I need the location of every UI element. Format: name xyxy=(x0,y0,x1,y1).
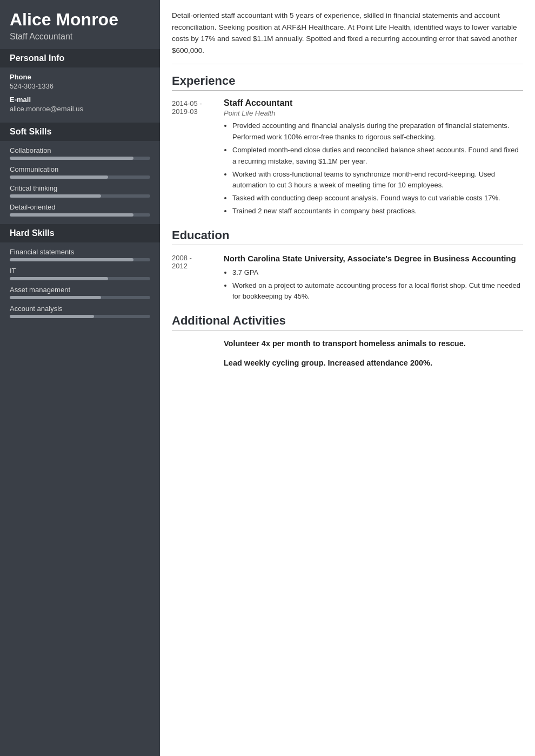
email-value: alice.monroe@email.us xyxy=(10,105,150,113)
additional-entries: Volunteer 4x per month to transport home… xyxy=(172,338,523,369)
additional-text: Volunteer 4x per month to transport home… xyxy=(224,338,466,350)
skill-item: Collaboration xyxy=(10,146,150,160)
entry-bullet-list: Provided accounting and financial analys… xyxy=(224,120,523,217)
education-title: Education xyxy=(172,228,523,245)
skill-name: Communication xyxy=(10,165,150,173)
skill-bar-background xyxy=(10,213,150,217)
skill-bar-fill xyxy=(10,194,101,198)
skill-name: Financial statements xyxy=(10,248,150,256)
personal-info-header: Personal Info xyxy=(0,49,160,68)
phone-value: 524-303-1336 xyxy=(10,82,150,90)
skill-bar-fill xyxy=(10,157,133,160)
experience-title: Experience xyxy=(172,74,523,91)
list-item: Worked with cross-functional teams to sy… xyxy=(232,169,523,192)
entry-dates: 2014-05 -2019-03 xyxy=(172,98,215,218)
soft-skills-section: CollaborationCommunicationCritical think… xyxy=(0,146,160,224)
edu-bullet-list: 3.7 GPAWorked on a project to automate a… xyxy=(224,267,523,302)
additional-section: Additional Activities Volunteer 4x per m… xyxy=(172,314,523,369)
skill-item: IT xyxy=(10,267,150,280)
list-item: Completed month-end close duties and rec… xyxy=(232,145,523,167)
additional-entry: Volunteer 4x per month to transport home… xyxy=(172,338,523,350)
skill-bar-fill xyxy=(10,176,108,179)
additional-text: Lead weekly cycling group. Increased att… xyxy=(224,357,432,369)
email-label: E-mail xyxy=(10,96,150,104)
experience-entry: 2014-05 -2019-03Staff AccountantPoint Li… xyxy=(172,98,523,218)
education-entry: 2008 -2012North Carolina State Universit… xyxy=(172,253,523,304)
summary-text: Detail-oriented staff accountant with 5 … xyxy=(172,10,523,64)
additional-entry: Lead weekly cycling group. Increased att… xyxy=(172,357,523,369)
education-section: Education 2008 -2012North Carolina State… xyxy=(172,228,523,304)
personal-info-section: Phone 524-303-1336 E-mail alice.monroe@e… xyxy=(0,73,160,123)
additional-date-col xyxy=(172,357,215,369)
list-item: Provided accounting and financial analys… xyxy=(232,120,523,143)
education-entries: 2008 -2012North Carolina State Universit… xyxy=(172,253,523,304)
skill-item: Critical thinking xyxy=(10,184,150,198)
soft-skills-header: Soft Skills xyxy=(0,123,160,141)
skill-name: Detail-oriented xyxy=(10,203,150,211)
skill-bar-background xyxy=(10,258,150,261)
main-content: Detail-oriented staff accountant with 5 … xyxy=(160,0,535,756)
entry-job-title: Staff Accountant xyxy=(224,98,523,108)
skill-bar-background xyxy=(10,296,150,299)
experience-entries: 2014-05 -2019-03Staff AccountantPoint Li… xyxy=(172,98,523,218)
skill-bar-fill xyxy=(10,213,133,217)
edu-dates: 2008 -2012 xyxy=(172,253,215,304)
entry-company: Point Life Health xyxy=(224,109,523,117)
skill-item: Detail-oriented xyxy=(10,203,150,217)
skill-name: Asset management xyxy=(10,286,150,294)
skill-name: Collaboration xyxy=(10,146,150,154)
edu-title: North Carolina State University, Associa… xyxy=(224,253,523,264)
skill-item: Communication xyxy=(10,165,150,179)
entry-content: Staff AccountantPoint Life HealthProvide… xyxy=(224,98,523,218)
skill-bar-background xyxy=(10,157,150,160)
additional-date-col xyxy=(172,338,215,350)
skill-name: Account analysis xyxy=(10,305,150,313)
additional-title: Additional Activities xyxy=(172,314,523,330)
list-item: Worked on a project to automate accounti… xyxy=(232,280,523,303)
skill-bar-background xyxy=(10,176,150,179)
skill-item: Account analysis xyxy=(10,305,150,318)
skill-bar-background xyxy=(10,194,150,198)
skill-bar-fill xyxy=(10,277,108,280)
skill-bar-fill xyxy=(10,315,94,318)
sidebar: Alice Monroe Staff Accountant Personal I… xyxy=(0,0,160,756)
candidate-job-title: Staff Accountant xyxy=(10,32,150,42)
skill-bar-fill xyxy=(10,296,101,299)
list-item: 3.7 GPA xyxy=(232,267,523,279)
list-item: Tasked with conducting deep account anal… xyxy=(232,193,523,204)
skill-bar-fill xyxy=(10,258,133,261)
skill-bar-background xyxy=(10,277,150,280)
skill-name: Critical thinking xyxy=(10,184,150,192)
sidebar-header: Alice Monroe Staff Accountant xyxy=(0,0,160,49)
experience-section: Experience 2014-05 -2019-03Staff Account… xyxy=(172,74,523,218)
skill-item: Asset management xyxy=(10,286,150,299)
skill-item: Financial statements xyxy=(10,248,150,261)
edu-content: North Carolina State University, Associa… xyxy=(224,253,523,304)
hard-skills-section: Financial statementsITAsset managementAc… xyxy=(0,248,160,326)
list-item: Trained 2 new staff accountants in compa… xyxy=(232,206,523,217)
phone-label: Phone xyxy=(10,73,150,81)
candidate-name: Alice Monroe xyxy=(10,10,150,30)
skill-bar-background xyxy=(10,315,150,318)
skill-name: IT xyxy=(10,267,150,275)
hard-skills-header: Hard Skills xyxy=(0,224,160,242)
